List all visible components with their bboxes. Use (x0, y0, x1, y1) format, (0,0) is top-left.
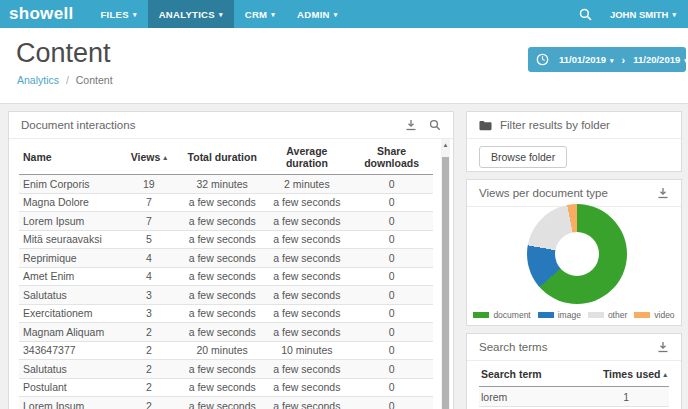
table-cell: a few seconds (264, 267, 351, 286)
table-cell: a few seconds (264, 304, 351, 323)
table-cell: 20 minutes (181, 341, 264, 360)
column-header[interactable]: Views▴ (117, 139, 181, 175)
search-terms-panel: Search terms Search termTimes used▴ lore… (466, 333, 682, 409)
table-cell: a few seconds (264, 212, 351, 231)
download-icon[interactable] (405, 119, 417, 131)
search-terms-table: Search termTimes used▴ lorem1 (479, 361, 669, 407)
download-icon[interactable] (657, 341, 669, 353)
table-scrollbar[interactable]: ▲ (441, 139, 450, 409)
user-menu[interactable]: JOHN SMITH ▾ (610, 9, 676, 20)
table-row[interactable]: 343647377220 minutes10 minutes0 (19, 341, 433, 360)
column-header[interactable]: Name (19, 139, 117, 175)
table-cell: a few seconds (264, 360, 351, 379)
legend-item-video: video (634, 310, 674, 320)
nav-item-admin[interactable]: ADMIN▾ (286, 0, 348, 28)
table-cell: 0 (350, 323, 433, 342)
table-cell: 343647377 (19, 341, 117, 360)
table-cell: 2 (117, 323, 181, 342)
filter-panel-header: Filter results by folder (467, 112, 681, 139)
panel-title: Views per document type (479, 187, 608, 199)
table-cell: Salutatus (19, 286, 117, 305)
column-header[interactable]: Times used▴ (572, 361, 669, 387)
table-cell: 4 (117, 249, 181, 268)
table-cell: 0 (350, 378, 433, 397)
breadcrumb-analytics-link[interactable]: Analytics (17, 74, 59, 86)
nav-item-files[interactable]: FILES▾ (89, 0, 147, 28)
table-cell: a few seconds (264, 249, 351, 268)
column-header[interactable]: Share downloads (350, 139, 433, 175)
views-per-type-panel: Views per document type documentimageoth… (466, 179, 682, 326)
table-cell: a few seconds (181, 249, 264, 268)
table-row[interactable]: Mitä seuraavaksi5a few secondsa few seco… (19, 230, 433, 249)
views-donut-chart[interactable] (527, 204, 627, 304)
nav-item-analytics[interactable]: ANALYTICS▾ (148, 0, 234, 28)
table-cell: a few seconds (181, 360, 264, 379)
browse-folder-button[interactable]: Browse folder (479, 146, 567, 168)
table-cell: a few seconds (181, 193, 264, 212)
table-cell: 0 (350, 193, 433, 212)
panel-title: Search terms (479, 341, 547, 353)
search-panel-header: Search terms (467, 334, 681, 361)
main-nav: FILES▾ANALYTICS▾CRM▾ADMIN▾ (89, 0, 348, 28)
clock-icon[interactable] (536, 53, 549, 66)
column-header[interactable]: Search term (479, 361, 572, 387)
table-cell: a few seconds (181, 397, 264, 409)
table-cell: Enim Corporis (19, 175, 117, 194)
download-icon[interactable] (657, 187, 669, 199)
legend-label: document (493, 310, 530, 320)
search-icon[interactable] (429, 119, 441, 131)
table-cell: 0 (350, 175, 433, 194)
table-row[interactable]: Postulant2a few secondsa few seconds0 (19, 378, 433, 397)
table-row[interactable]: Amet Enim4a few secondsa few seconds0 (19, 267, 433, 286)
table-cell: 2 (117, 341, 181, 360)
user-name: JOHN SMITH (610, 9, 669, 20)
table-cell: 2 (117, 360, 181, 379)
table-cell: 7 (117, 193, 181, 212)
table-cell: 0 (350, 341, 433, 360)
table-cell: 2 minutes (264, 175, 351, 194)
table-cell: 0 (350, 212, 433, 231)
navbar-right: JOHN SMITH ▾ (579, 8, 676, 21)
table-cell: a few seconds (181, 230, 264, 249)
table-cell: a few seconds (264, 230, 351, 249)
table-cell: a few seconds (264, 397, 351, 409)
table-cell: 0 (350, 230, 433, 249)
search-terms-tbody: lorem1 (479, 387, 669, 407)
table-cell: Amet Enim (19, 267, 117, 286)
table-row[interactable]: Enim Corporis1932 minutes2 minutes0 (19, 175, 433, 194)
end-date-value: 11/20/2019 (633, 54, 680, 65)
table-cell: Salutatus (19, 360, 117, 379)
start-date-dropdown[interactable]: 11/01/2019 ▾ (555, 54, 618, 65)
table-cell: 10 minutes (264, 341, 351, 360)
table-cell: 0 (350, 360, 433, 379)
search-icon[interactable] (579, 8, 592, 21)
scroll-up-icon[interactable]: ▲ (441, 139, 450, 150)
legend-swatch (634, 312, 650, 318)
table-row[interactable]: Magna Dolore7a few secondsa few seconds0 (19, 193, 433, 212)
table-row[interactable]: Exercitationem3a few secondsa few second… (19, 304, 433, 323)
table-cell: 5 (117, 230, 181, 249)
table-cell: a few seconds (264, 286, 351, 305)
chevron-down-icon: ▾ (133, 11, 137, 19)
table-cell: a few seconds (181, 212, 264, 231)
document-interactions-table: NameViews▴Total durationAverage duration… (19, 139, 433, 409)
table-row[interactable]: Lorem Ipsum2a few secondsa few seconds0 (19, 397, 433, 409)
table-row[interactable]: lorem1 (479, 387, 669, 407)
end-date-dropdown[interactable]: 11/20/2019 ▾ (629, 54, 686, 65)
top-navbar: showell FILES▾ANALYTICS▾CRM▾ADMIN▾ JOHN … (0, 0, 688, 28)
legend-swatch (588, 312, 604, 318)
column-header[interactable]: Total duration (181, 139, 264, 175)
table-row[interactable]: Salutatus2a few secondsa few seconds0 (19, 360, 433, 379)
table-row[interactable]: Magnam Aliquam2a few secondsa few second… (19, 323, 433, 342)
nav-item-crm[interactable]: CRM▾ (234, 0, 286, 28)
chevron-right-icon[interactable]: › (618, 54, 630, 66)
breadcrumb-current: Content (76, 74, 113, 86)
table-row[interactable]: Reprimique4a few secondsa few seconds0 (19, 249, 433, 268)
table-cell: lorem (479, 387, 572, 407)
column-header[interactable]: Average duration (264, 139, 351, 175)
scrollbar-thumb[interactable] (442, 157, 449, 409)
table-cell: 3 (117, 286, 181, 305)
table-row[interactable]: Lorem Ipsum7a few secondsa few seconds0 (19, 212, 433, 231)
app-logo[interactable]: showell (9, 4, 73, 24)
table-row[interactable]: Salutatus3a few secondsa few seconds0 (19, 286, 433, 305)
